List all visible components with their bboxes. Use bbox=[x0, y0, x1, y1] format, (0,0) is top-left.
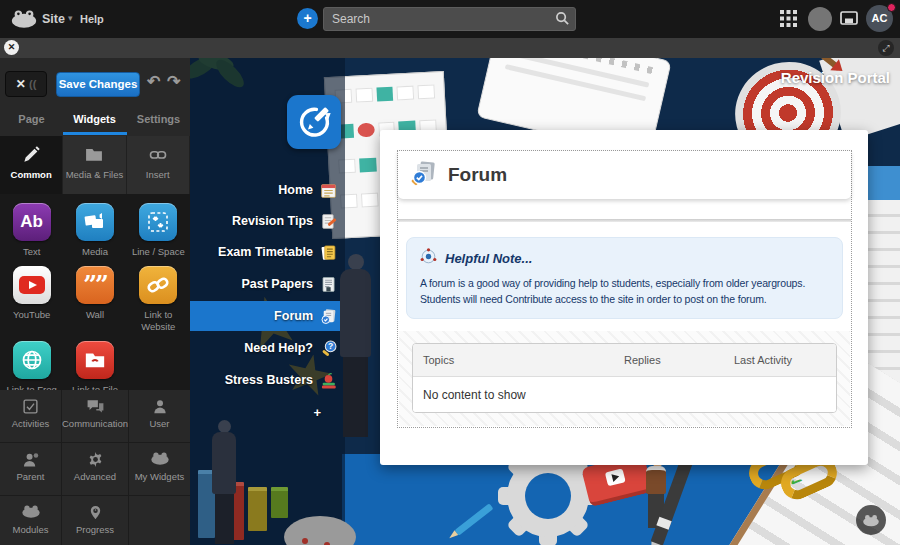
forum-table-header: Topics Replies Last Activity bbox=[413, 344, 836, 377]
apps-grid-icon[interactable] bbox=[780, 10, 797, 31]
nav-label: Stress Busters bbox=[225, 373, 313, 387]
notes-pencil-icon bbox=[320, 213, 337, 230]
media-widget-icon bbox=[76, 203, 114, 241]
group-communication[interactable]: Communication bbox=[62, 390, 128, 442]
quick-add-button[interactable]: + bbox=[297, 8, 318, 29]
redo-icon[interactable]: ↷ bbox=[167, 72, 180, 91]
display-icon[interactable] bbox=[840, 11, 858, 30]
close-icon: ✕ bbox=[16, 77, 26, 91]
widget-media[interactable]: Media bbox=[63, 194, 126, 257]
tab-settings[interactable]: Settings bbox=[127, 106, 190, 132]
nav-item-past-papers[interactable]: Past Papers bbox=[190, 269, 345, 299]
nav-label: Forum bbox=[274, 309, 313, 323]
group-activities[interactable]: Activities bbox=[0, 390, 61, 442]
group-label: Advanced bbox=[74, 471, 116, 482]
group-label: My Widgets bbox=[135, 471, 185, 482]
atom-icon bbox=[420, 248, 437, 269]
pin-icon bbox=[62, 504, 128, 524]
youtube-widget-icon bbox=[13, 266, 51, 304]
wall-widget-icon: ”” bbox=[76, 266, 114, 304]
category-common[interactable]: Common bbox=[0, 136, 63, 194]
widget-youtube[interactable]: YouTube bbox=[0, 257, 63, 332]
frog-support-button[interactable] bbox=[856, 505, 886, 535]
site-caret-icon[interactable]: ▾ bbox=[68, 0, 73, 38]
nav-item-forum[interactable]: Forum bbox=[190, 301, 345, 331]
group-label: Activities bbox=[12, 418, 49, 429]
group-parent[interactable]: Parent bbox=[0, 443, 61, 495]
tab-page[interactable]: Page bbox=[0, 106, 63, 132]
editor-sidebar: ✕ (( Save Changes ↶ ↷ Page Widgets Setti… bbox=[0, 58, 190, 545]
tab-widgets[interactable]: Widgets bbox=[63, 106, 126, 132]
widget-label: Line / Space bbox=[132, 246, 185, 257]
status-avatar[interactable] bbox=[808, 7, 832, 31]
illustration-person bbox=[343, 357, 368, 437]
link-icon bbox=[127, 145, 189, 169]
frog-logo-icon[interactable] bbox=[10, 9, 38, 33]
group-advanced[interactable]: Advanced bbox=[62, 443, 128, 495]
globe-icon bbox=[13, 341, 51, 379]
apple-books-icon bbox=[320, 372, 337, 389]
chain-link-icon bbox=[139, 266, 177, 304]
illustration-person bbox=[646, 466, 666, 494]
category-label: Insert bbox=[146, 169, 170, 180]
person-icon bbox=[129, 398, 190, 418]
page-title: Revision Portal bbox=[781, 69, 890, 86]
forum-widget-outline[interactable]: Forum Helpful Note... A forum is a good … bbox=[397, 150, 852, 428]
nav-item-stress-busters[interactable]: Stress Busters bbox=[190, 365, 345, 395]
nav-label: Exam Timetable bbox=[218, 245, 313, 259]
collapse-icon: (( bbox=[29, 78, 36, 90]
notepad-icon bbox=[320, 244, 337, 261]
forum-widget-header: Forum bbox=[398, 151, 851, 199]
widget-wall[interactable]: ”” Wall bbox=[63, 257, 126, 332]
widget-grid: Ab Text Media Line / Space YouTube ”” bbox=[0, 194, 190, 390]
group-label: Modules bbox=[13, 524, 49, 535]
nav-item-home[interactable]: Home bbox=[190, 175, 345, 205]
file-folder-icon bbox=[76, 341, 114, 379]
group-my-widgets[interactable]: My Widgets bbox=[129, 443, 190, 495]
text-widget-icon: Ab bbox=[13, 203, 51, 241]
save-button[interactable]: Save Changes bbox=[56, 72, 140, 97]
category-media-files[interactable]: Media & Files bbox=[63, 136, 126, 194]
nav-add-item[interactable]: + bbox=[190, 397, 345, 427]
category-label: Common bbox=[11, 169, 52, 180]
nav-item-exam-timetable[interactable]: Exam Timetable bbox=[190, 237, 345, 267]
close-editor-button[interactable]: ✕ (( bbox=[5, 71, 47, 97]
widget-label: Media bbox=[82, 246, 108, 257]
column-topics: Topics bbox=[413, 354, 624, 366]
site-menu[interactable]: Site bbox=[42, 0, 65, 38]
undo-icon[interactable]: ↶ bbox=[147, 72, 160, 91]
note-body: A forum is a good way of providing help … bbox=[420, 275, 829, 308]
column-replies: Replies bbox=[624, 354, 734, 366]
widget-link-website[interactable]: Link to Website bbox=[127, 257, 190, 332]
nav-item-revision-tips[interactable]: Revision Tips bbox=[190, 206, 345, 236]
close-page-icon[interactable]: ✕ bbox=[4, 40, 19, 55]
widget-text[interactable]: Ab Text bbox=[0, 194, 63, 257]
help-magnifier-icon: ? bbox=[320, 340, 337, 357]
group-label: Parent bbox=[17, 471, 45, 482]
search-icon[interactable] bbox=[555, 11, 570, 30]
frog-icon bbox=[0, 504, 61, 524]
note-title: Helpful Note... bbox=[445, 251, 532, 266]
svg-text:?: ? bbox=[328, 341, 333, 351]
illustration-person bbox=[340, 269, 371, 357]
chat-bubbles-icon bbox=[62, 398, 128, 418]
forum-icon bbox=[320, 308, 337, 325]
line-space-divider[interactable] bbox=[398, 219, 851, 222]
widget-label: YouTube bbox=[13, 309, 50, 320]
nav-label: Past Papers bbox=[241, 277, 313, 291]
pencil-icon bbox=[0, 145, 62, 169]
nav-item-need-help[interactable]: Need Help? ? bbox=[190, 333, 345, 363]
help-menu[interactable]: Help bbox=[80, 0, 104, 38]
group-modules[interactable]: Modules bbox=[0, 496, 61, 545]
search-input[interactable] bbox=[323, 7, 576, 31]
helpful-note: Helpful Note... A forum is a good way of… bbox=[406, 237, 843, 319]
group-user[interactable]: User bbox=[129, 390, 190, 442]
forum-table: Topics Replies Last Activity No content … bbox=[412, 343, 837, 413]
add-icon: + bbox=[313, 405, 321, 420]
group-progress[interactable]: Progress bbox=[62, 496, 128, 545]
widget-line-space[interactable]: Line / Space bbox=[127, 194, 190, 257]
line-space-widget-icon bbox=[139, 203, 177, 241]
fullscreen-icon[interactable]: ⤢ bbox=[878, 40, 894, 56]
category-insert[interactable]: Insert bbox=[127, 136, 190, 194]
site-logo[interactable] bbox=[287, 95, 341, 149]
